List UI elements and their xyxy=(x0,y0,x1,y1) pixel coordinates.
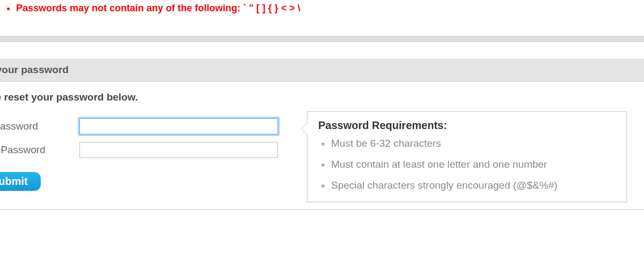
error-forbidden-chars: Passwords may not contain any of the fol… xyxy=(16,2,644,15)
error-area: Passwords may not contain any of the fol… xyxy=(0,2,644,36)
enter-password-input[interactable] xyxy=(79,118,278,134)
tooltip-rules-list: Must be 6-32 characters Must contain at … xyxy=(318,137,616,192)
tooltip-rule: Must contain at least one letter and one… xyxy=(331,158,616,171)
tooltip-title: Password Requirements: xyxy=(318,119,616,132)
error-list: Passwords may not contain any of the fol… xyxy=(0,2,644,15)
tooltip-rule: Special characters strongly encouraged (… xyxy=(331,179,616,192)
retype-password-label: type Password xyxy=(0,144,79,156)
section-title: set your password xyxy=(0,58,644,82)
separator xyxy=(0,36,644,42)
tooltip-rule: Must be 6-32 characters xyxy=(331,137,616,151)
enter-password-label: ter Password xyxy=(0,120,79,132)
submit-button[interactable]: Submit xyxy=(0,172,41,191)
tooltip-arrow-icon xyxy=(301,123,308,135)
reset-form: ter Password type Password Submit Passwo… xyxy=(0,118,644,191)
retype-password-input[interactable] xyxy=(79,142,278,158)
reset-password-section: set your password ease reset your passwo… xyxy=(0,58,644,210)
password-requirements-tooltip: Password Requirements: Must be 6-32 char… xyxy=(307,111,627,202)
